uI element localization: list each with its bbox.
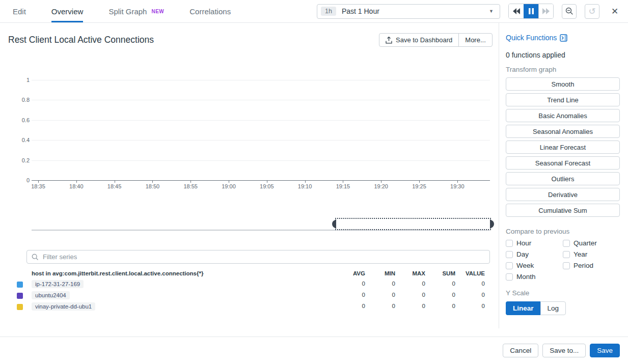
- transform-button-smooth[interactable]: Smooth: [506, 77, 620, 91]
- compare-option-year[interactable]: Year: [563, 250, 620, 258]
- legend-table: host in avg:com.jitterbit.rest.client.lo…: [0, 269, 499, 313]
- gridline: [32, 100, 490, 100]
- tab-label: Edit: [13, 7, 26, 16]
- time-range-select[interactable]: 1h Past 1 Hour ▼: [317, 4, 500, 19]
- series-value-cell: 0: [452, 281, 455, 287]
- checkbox-period[interactable]: [563, 262, 570, 269]
- time-range-label: Past 1 Hour: [342, 7, 483, 15]
- metric-explorer-modal: { "header": { "tabs": [ { "label": "Edit…: [0, 0, 628, 364]
- close-button[interactable]: ✕: [609, 6, 621, 17]
- tab-overview[interactable]: Overview: [51, 0, 84, 22]
- compare-option-label: Year: [574, 250, 587, 258]
- filter-series-input[interactable]: [43, 253, 485, 261]
- series-value-cell: 0: [482, 292, 485, 298]
- transform-button-list: SmoothTrend LineBasic AnomaliesSeasonal …: [506, 77, 620, 217]
- checkbox-quarter[interactable]: [563, 240, 570, 247]
- compare-option-month[interactable]: Month: [506, 273, 563, 281]
- zoom-out-button[interactable]: [562, 4, 577, 19]
- export-icon: [386, 37, 392, 44]
- series-color-swatch: [17, 304, 23, 310]
- cancel-button[interactable]: Cancel: [503, 344, 538, 357]
- quick-functions-link[interactable]: Quick Functions: [506, 34, 567, 42]
- compare-option-hour[interactable]: Hour: [506, 239, 563, 247]
- legend-column-header: SUM: [442, 270, 455, 276]
- open-panel-icon: [560, 34, 567, 42]
- compare-option-label: Day: [516, 250, 529, 258]
- compare-option-label: Month: [516, 273, 536, 281]
- pause-button[interactable]: [524, 4, 538, 18]
- refresh-button[interactable]: ↺: [585, 4, 599, 19]
- checkbox-month[interactable]: [506, 273, 513, 281]
- series-color-swatch: [17, 282, 23, 288]
- brush-handle-right[interactable]: [490, 220, 494, 228]
- x-tick-label: 19:25: [406, 183, 432, 189]
- transform-button-outliers[interactable]: Outliers: [506, 172, 620, 185]
- checkbox-year[interactable]: [563, 251, 570, 258]
- gridline: [32, 80, 490, 80]
- y-tick-label: 0.6: [9, 117, 30, 123]
- x-tick-label: 18:40: [64, 183, 89, 189]
- transform-button-linear-forecast[interactable]: Linear Forecast: [506, 141, 620, 154]
- series-value-cell: 0: [362, 303, 365, 309]
- series-name[interactable]: ubuntu2404: [32, 291, 70, 299]
- more-label: More...: [465, 36, 485, 44]
- compare-option-quarter[interactable]: Quarter: [563, 239, 620, 247]
- x-tickmark: [190, 181, 191, 183]
- save-to-button[interactable]: Save to...: [542, 344, 586, 357]
- transform-button-trend-line[interactable]: Trend Line: [506, 93, 620, 106]
- transform-button-derivative[interactable]: Derivative: [506, 188, 620, 201]
- save-to-dashboard-button[interactable]: Save to Dashboard: [379, 34, 458, 46]
- legend-column-header: VALUE: [466, 270, 485, 276]
- series-name[interactable]: ip-172-31-27-169: [32, 280, 84, 288]
- series-value-cell: 0: [482, 303, 485, 309]
- compare-option-period[interactable]: Period: [563, 262, 620, 269]
- transform-button-seasonal-forecast[interactable]: Seasonal Forecast: [506, 156, 620, 170]
- x-tickmark: [457, 181, 458, 183]
- tab-correlations[interactable]: Correlations: [189, 0, 231, 22]
- legend-column-header: MIN: [385, 270, 395, 276]
- tab-label: Overview: [51, 7, 84, 16]
- x-tickmark: [343, 181, 343, 183]
- brush-handle-left[interactable]: [332, 220, 336, 228]
- x-tick-label: 19:20: [368, 183, 394, 189]
- rewind-button[interactable]: [509, 4, 524, 18]
- compare-option-day[interactable]: Day: [506, 250, 563, 258]
- tab-split-graph[interactable]: Split Graph NEW: [108, 0, 164, 22]
- tab-bar: Edit Overview Split Graph NEW Correlatio…: [0, 0, 231, 22]
- compare-option-week[interactable]: Week: [506, 262, 563, 269]
- transform-button-seasonal-anomalies[interactable]: Seasonal Anomalies: [506, 125, 620, 138]
- more-button[interactable]: More...: [458, 34, 492, 46]
- checkbox-week[interactable]: [506, 262, 513, 269]
- series-value-cell: 0: [482, 281, 485, 287]
- x-tick-label: 19:10: [292, 183, 318, 189]
- save-button[interactable]: Save: [590, 344, 620, 357]
- table-row: ip-172-31-27-16900000: [0, 279, 499, 290]
- series-value-cell: 0: [452, 292, 455, 298]
- transform-button-cumulative-sum[interactable]: Cumulative Sum: [506, 204, 620, 217]
- x-tick-label: 19:05: [254, 183, 280, 189]
- brush-selection[interactable]: [335, 218, 491, 230]
- checkbox-hour[interactable]: [506, 240, 513, 247]
- x-tick-label: 18:45: [102, 183, 127, 189]
- filter-series-box: [26, 250, 490, 264]
- y-scale-log-label: Log: [548, 304, 559, 312]
- series-value-cell: 0: [362, 292, 365, 298]
- transform-button-basic-anomalies[interactable]: Basic Anomalies: [506, 109, 620, 122]
- new-badge: NEW: [151, 9, 164, 14]
- y-tick-label: 0.2: [9, 157, 30, 163]
- checkbox-day[interactable]: [506, 251, 513, 258]
- tab-edit[interactable]: Edit: [13, 0, 26, 22]
- x-tick-label: 19:15: [330, 183, 356, 189]
- series-name[interactable]: vinay-private-dd-ubu1: [32, 302, 95, 311]
- y-scale-log-button[interactable]: Log: [540, 301, 566, 315]
- fast-forward-icon: [542, 8, 550, 14]
- vertical-divider: [499, 23, 499, 328]
- y-scale-linear-label: Linear: [513, 304, 534, 312]
- y-tick-label: 0.4: [9, 137, 30, 143]
- forward-button[interactable]: [538, 4, 553, 18]
- x-tick-label: 18:55: [178, 183, 203, 189]
- compare-option-label: Quarter: [574, 239, 597, 247]
- y-scale-linear-button[interactable]: Linear: [506, 301, 540, 315]
- chevron-down-icon: ▼: [489, 9, 494, 14]
- rewind-icon: [513, 8, 520, 14]
